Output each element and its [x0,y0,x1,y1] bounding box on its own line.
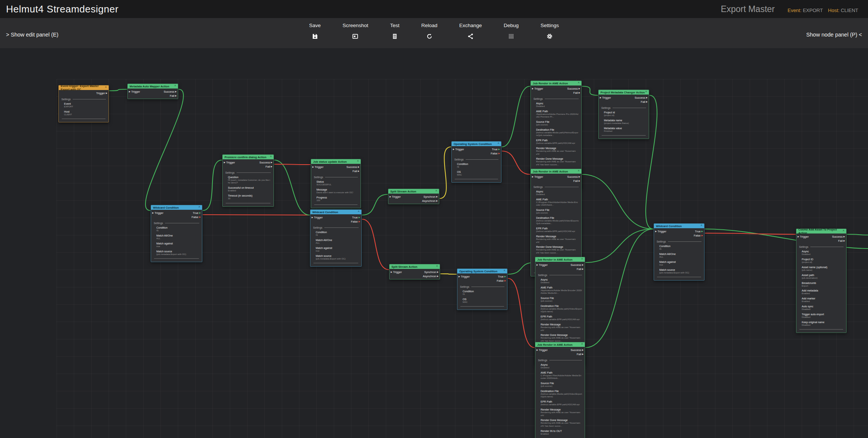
node-header[interactable]: Job status update Action^ [311,159,361,164]
node-wcmid[interactable]: Wildcard Condition^▶TriggerTrue▶False▶Se… [310,209,362,267]
collapse-caret-icon[interactable]: ^ [436,266,438,268]
input-port-trigger[interactable]: ▶Trigger [532,87,543,90]
collapse-caret-icon[interactable]: ^ [581,258,583,261]
output-port-false[interactable]: False▶ [491,152,500,155]
show-edit-panel-toggle[interactable]: > Show edit panel (E) [6,32,58,38]
node-cosmo[interactable]: Cosmo Add Asset To Project Action^▶Trigg… [796,229,847,333]
wire-wcleft-wcmid[interactable] [203,215,310,215]
input-port-trigger[interactable]: ▶Trigger [390,195,401,198]
toolbar-button-save[interactable]: Save [309,18,321,40]
output-port-false[interactable]: False▶ [694,234,703,237]
node-header[interactable]: Metadata Auto Mapper Action^ [128,84,178,89]
toolbar-button-exchange[interactable]: Exchange [459,18,482,40]
collapse-caret-icon[interactable]: ^ [498,143,499,145]
node-pmc[interactable]: Project Metadata Changer Action^▶Trigger… [598,90,649,139]
toolbar-button-reload[interactable]: Reload [421,18,437,40]
collapse-caret-icon[interactable]: ^ [105,87,107,89]
collapse-caret-icon[interactable]: ^ [645,91,647,93]
node-wcleft[interactable]: Wildcard Condition^▶TriggerTrue▶False▶Se… [151,205,202,262]
toolbar-button-settings[interactable]: Settings [541,18,559,40]
node-split1[interactable]: Split Stream Action^▶TriggerSynchron▶Asy… [388,189,439,204]
node-header[interactable]: Job Render in AME Action^ [535,342,585,347]
output-port-success[interactable]: Success▶ [634,96,648,99]
input-port-trigger[interactable]: ▶Trigger [312,165,324,169]
output-port-false[interactable]: False▶ [497,279,506,282]
node-header[interactable]: Event trigger: Export Master Export with… [59,85,108,90]
node-header[interactable]: Premiere confirm dialog Action^ [223,155,274,159]
node-render4[interactable]: Job Render in AME Action^▶TriggerSuccess… [535,342,585,438]
node-wcright[interactable]: Wildcard Condition^▶TriggerTrue▶False▶Se… [654,223,704,281]
collapse-caret-icon[interactable]: ^ [578,82,579,84]
toolbar-button-screenshot[interactable]: Screenshot [342,18,368,40]
output-port-success[interactable]: Success▶ [570,348,584,352]
output-port-synchron[interactable]: Synchron▶ [424,270,439,274]
node-header[interactable]: Job Render in AME Action^ [531,81,581,85]
input-port-trigger[interactable]: ▶Trigger [129,90,140,93]
output-port-asynchron[interactable]: Asynchron▶ [422,199,438,203]
input-port-trigger[interactable]: ▶Trigger [152,211,164,215]
collapse-caret-icon[interactable]: ^ [357,160,359,163]
output-port-trigger[interactable]: Trigger▶ [96,92,107,95]
show-node-panel-toggle[interactable]: Show node panel (P) < [806,32,862,38]
output-port-true[interactable]: True▶ [352,216,360,219]
collapse-caret-icon[interactable]: ^ [701,225,702,227]
input-port-trigger[interactable]: ▶Trigger [391,270,402,274]
output-port-asynchron[interactable]: Asynchron▶ [423,275,439,278]
node-os1[interactable]: Operating System Condition^▶TriggerTrue▶… [451,141,501,183]
node-header[interactable]: Split Stream Action^ [388,189,439,194]
node-header[interactable]: Wildcard Condition^ [151,205,202,210]
node-split2[interactable]: Split Stream Action^▶TriggerSynchron▶Asy… [389,264,440,279]
output-port-fail[interactable]: Fail▶ [577,353,584,356]
input-port-trigger[interactable]: ▶Trigger [458,275,470,278]
node-header[interactable]: Job Render in AME Action^ [531,169,581,174]
output-port-success[interactable]: Success▶ [567,175,580,179]
input-port-trigger[interactable]: ▶Trigger [536,263,548,267]
output-port-fail[interactable]: Fail▶ [353,169,359,173]
node-status[interactable]: Job status update Action^▶TriggerSuccess… [311,159,361,208]
node-header[interactable]: Project Metadata Changer Action^ [599,90,649,95]
output-port-fail[interactable]: Fail▶ [573,91,580,95]
output-port-success[interactable]: Success▶ [570,263,584,267]
collapse-caret-icon[interactable]: ^ [504,270,505,272]
output-port-success[interactable]: Success▶ [164,90,177,93]
collapse-caret-icon[interactable]: ^ [436,190,437,192]
node-header[interactable]: Split Stream Action^ [390,264,440,269]
output-port-fail[interactable]: Fail▶ [266,165,272,168]
output-port-true[interactable]: True▶ [695,230,703,233]
collapse-caret-icon[interactable]: ^ [358,211,359,213]
input-port-trigger[interactable]: ▶Trigger [600,96,611,99]
output-port-true[interactable]: True▶ [498,275,506,278]
collapse-caret-icon[interactable]: ^ [578,170,579,172]
input-port-trigger[interactable]: ▶Trigger [532,175,543,179]
node-confirm[interactable]: Premiere confirm dialog Action^▶TriggerS… [222,154,274,207]
input-port-trigger[interactable]: ▶Trigger [312,216,323,219]
output-port-fail[interactable]: Fail▶ [573,179,580,183]
output-port-true[interactable]: True▶ [492,148,500,151]
node-header[interactable]: Operating System Condition^ [452,142,501,146]
output-port-fail[interactable]: Fail▶ [170,94,177,98]
stream-canvas[interactable]: Event trigger: Export Master Export with… [0,48,868,438]
input-port-trigger[interactable]: ▶Trigger [798,235,809,238]
node-header[interactable]: Cosmo Add Asset To Project Action^ [796,229,846,233]
wire-confirm-status[interactable] [274,164,310,165]
output-port-success[interactable]: Success▶ [567,87,580,90]
output-port-synchron[interactable]: Synchron▶ [423,195,438,198]
collapse-caret-icon[interactable]: ^ [174,85,176,87]
node-mapper[interactable]: Metadata Auto Mapper Action^▶TriggerSucc… [127,84,178,99]
output-port-fail[interactable]: Fail▶ [641,100,648,104]
output-port-false[interactable]: False▶ [191,215,201,219]
output-port-true[interactable]: True▶ [193,211,201,215]
output-port-fail[interactable]: Fail▶ [838,239,845,243]
toolbar-button-test[interactable]: Test [390,18,399,40]
output-port-false[interactable]: False▶ [351,220,360,223]
collapse-caret-icon[interactable]: ^ [843,230,844,232]
collapse-caret-icon[interactable]: ^ [581,343,583,346]
input-port-trigger[interactable]: ▶Trigger [655,230,666,233]
collapse-caret-icon[interactable]: ^ [199,206,200,209]
wire-split2-os2[interactable] [440,274,457,274]
output-port-success[interactable]: Success▶ [259,161,272,164]
input-port-trigger[interactable]: ▶Trigger [536,348,548,352]
output-port-success[interactable]: Success▶ [346,165,359,169]
node-header[interactable]: Operating System Condition^ [457,269,507,273]
toolbar-button-debug[interactable]: Debug [504,18,519,40]
